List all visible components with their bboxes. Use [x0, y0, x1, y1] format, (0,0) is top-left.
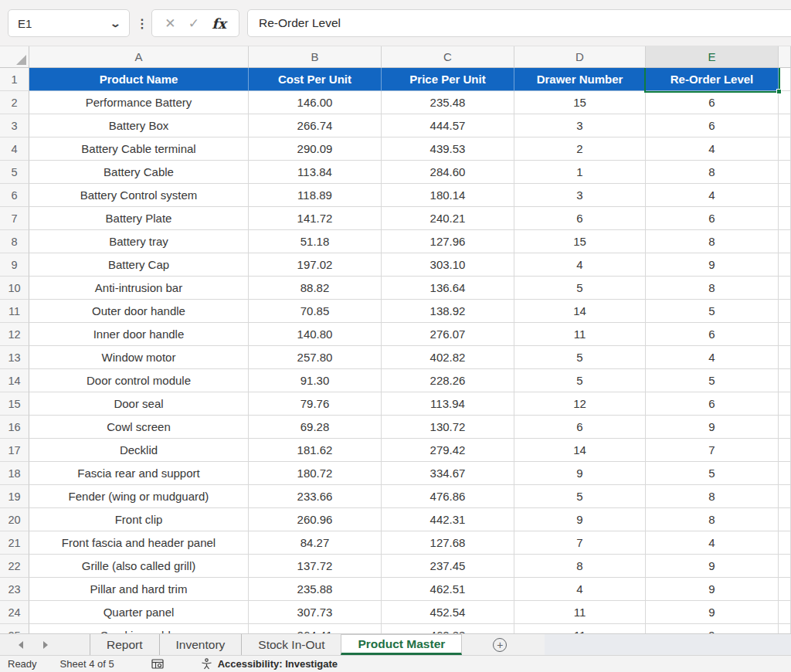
- cell[interactable]: 9: [646, 555, 779, 578]
- column-header-cell[interactable]: Price Per Unit: [382, 68, 514, 91]
- row-header-2[interactable]: 2: [0, 91, 29, 114]
- row-header-19[interactable]: 19: [0, 485, 29, 508]
- column-header-C[interactable]: C: [382, 46, 514, 68]
- cell[interactable]: 15: [514, 91, 646, 114]
- cell[interactable]: 4: [646, 137, 779, 161]
- cell[interactable]: Sparking cable: [29, 624, 249, 633]
- cell[interactable]: [779, 601, 791, 624]
- row-header-21[interactable]: 21: [0, 531, 29, 555]
- cell[interactable]: Front fascia and header panel: [29, 531, 249, 555]
- cell[interactable]: [779, 346, 791, 369]
- row-header-3[interactable]: 3: [0, 114, 29, 137]
- column-header-D[interactable]: D: [514, 46, 646, 68]
- cell[interactable]: 9: [646, 624, 779, 633]
- cell[interactable]: [779, 392, 791, 416]
- cell[interactable]: [779, 416, 791, 439]
- sheet-tab-inventory[interactable]: Inventory: [159, 634, 242, 655]
- row-header-11[interactable]: 11: [0, 300, 29, 323]
- confirm-icon[interactable]: ✓: [188, 15, 199, 32]
- cell[interactable]: Pillar and hard trim: [29, 578, 249, 601]
- cell[interactable]: 2: [514, 137, 646, 161]
- row-header-20[interactable]: 20: [0, 508, 29, 531]
- cell[interactable]: Battery Cap: [29, 253, 249, 277]
- row-header-12[interactable]: 12: [0, 323, 29, 346]
- cell[interactable]: 14: [514, 300, 646, 323]
- chevron-down-icon[interactable]: ⌄: [110, 18, 121, 29]
- cell[interactable]: 51.18: [249, 230, 382, 253]
- row-header-24[interactable]: 24: [0, 601, 29, 624]
- column-header-cell[interactable]: Drawer Number: [514, 68, 646, 91]
- row-header-10[interactable]: 10: [0, 277, 29, 300]
- cell[interactable]: Fascia rear and support: [29, 462, 249, 485]
- cell[interactable]: 240.21: [382, 207, 514, 230]
- cell[interactable]: 235.48: [382, 91, 514, 114]
- cell[interactable]: 6: [514, 416, 646, 439]
- cell[interactable]: 442.31: [382, 508, 514, 531]
- cell[interactable]: [779, 369, 791, 392]
- cell[interactable]: 137.72: [249, 555, 382, 578]
- row-header-4[interactable]: 4: [0, 137, 29, 161]
- cell[interactable]: 8: [514, 555, 646, 578]
- cell[interactable]: 290.09: [249, 137, 382, 161]
- cell[interactable]: 462.51: [382, 578, 514, 601]
- cell[interactable]: 3: [514, 184, 646, 207]
- cell[interactable]: 69.28: [249, 416, 382, 439]
- cell[interactable]: [779, 555, 791, 578]
- cell[interactable]: 6: [514, 207, 646, 230]
- column-header-cell[interactable]: Cost Per Unit: [249, 68, 382, 91]
- cell[interactable]: Quarter panel: [29, 601, 249, 624]
- cell[interactable]: 235.88: [249, 578, 382, 601]
- cell[interactable]: [779, 508, 791, 531]
- kebab-menu-icon[interactable]: ⋮: [136, 9, 148, 37]
- cell[interactable]: Battery Cable terminal: [29, 137, 249, 161]
- cell[interactable]: 462.88: [382, 624, 514, 633]
- cell[interactable]: 5: [514, 346, 646, 369]
- new-sheet-button[interactable]: +: [493, 638, 507, 652]
- cell[interactable]: 5: [514, 485, 646, 508]
- cell[interactable]: 9: [514, 508, 646, 531]
- row-header-25[interactable]: 25: [0, 624, 29, 633]
- cell[interactable]: Battery Plate: [29, 207, 249, 230]
- cell[interactable]: 9: [646, 578, 779, 601]
- cell[interactable]: Battery Control system: [29, 184, 249, 207]
- cell[interactable]: Door control module: [29, 369, 249, 392]
- cell[interactable]: 4: [646, 184, 779, 207]
- cell[interactable]: 4: [646, 531, 779, 555]
- cell[interactable]: [779, 114, 791, 137]
- cell[interactable]: 4: [514, 578, 646, 601]
- cell[interactable]: 9: [646, 253, 779, 277]
- cell[interactable]: 6: [646, 91, 779, 114]
- cell[interactable]: 284.60: [382, 161, 514, 184]
- cell[interactable]: Fender (wing or mudguard): [29, 485, 249, 508]
- insert-function-icon[interactable]: fx: [212, 15, 226, 32]
- cell[interactable]: 5: [514, 277, 646, 300]
- cell[interactable]: 11: [514, 601, 646, 624]
- sheet-tab-product-master[interactable]: Product Master: [341, 634, 462, 655]
- cell[interactable]: 402.82: [382, 346, 514, 369]
- cell[interactable]: 180.14: [382, 184, 514, 207]
- cell[interactable]: 5: [646, 462, 779, 485]
- cell[interactable]: [779, 230, 791, 253]
- cell[interactable]: 439.53: [382, 137, 514, 161]
- cell[interactable]: 5: [514, 369, 646, 392]
- cell[interactable]: 9: [646, 601, 779, 624]
- column-header-cell[interactable]: Product Name: [29, 68, 249, 91]
- cell[interactable]: 84.27: [249, 531, 382, 555]
- cell[interactable]: 11: [514, 323, 646, 346]
- column-header-cell[interactable]: Re-Order Level: [646, 68, 779, 91]
- cell[interactable]: 279.42: [382, 439, 514, 462]
- cell[interactable]: 14: [514, 439, 646, 462]
- cell[interactable]: 127.68: [382, 531, 514, 555]
- cell[interactable]: Front clip: [29, 508, 249, 531]
- cell[interactable]: 130.72: [382, 416, 514, 439]
- row-header-16[interactable]: 16: [0, 416, 29, 439]
- cell[interactable]: [779, 161, 791, 184]
- sheet-tab-report[interactable]: Report: [90, 634, 159, 655]
- cell[interactable]: [779, 207, 791, 230]
- cell[interactable]: 8: [646, 277, 779, 300]
- cell[interactable]: 6: [646, 114, 779, 137]
- cell[interactable]: 140.80: [249, 323, 382, 346]
- cell[interactable]: Anti-intrusion bar: [29, 277, 249, 300]
- cell[interactable]: Battery Box: [29, 114, 249, 137]
- cell[interactable]: [779, 91, 791, 114]
